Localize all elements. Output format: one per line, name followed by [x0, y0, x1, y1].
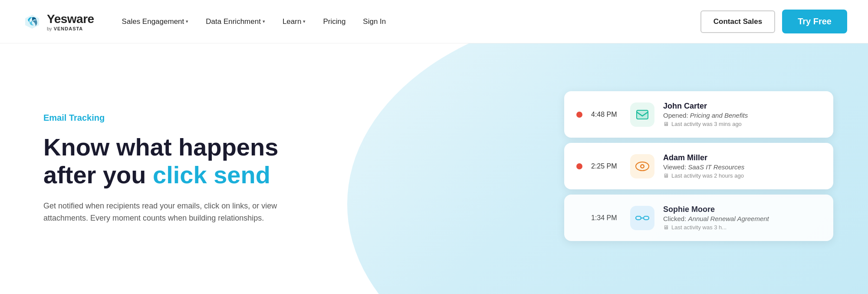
logo-wordmark: Yesware [47, 12, 94, 26]
contact-name-3: Sophie Moore [663, 205, 821, 214]
notif-action-1: Opened: Pricing and Benefits [663, 112, 821, 119]
hero-headline: Know what happens after you click send [43, 133, 304, 189]
notif-activity-2: 🖥 Last activity was 2 hours ago [663, 172, 821, 179]
nav-item-sales-engagement[interactable]: Sales Engagement ▾ [115, 14, 196, 30]
chevron-down-icon: ▾ [263, 19, 265, 24]
hero-highlight: click send [153, 161, 270, 188]
try-free-button[interactable]: Try Free [782, 10, 847, 33]
logo-byline: by VENDASTA [47, 26, 94, 31]
monitor-icon-3: 🖥 [663, 224, 669, 231]
notifications-container: 4:48 PM John Carter Opened: Pricing and … [564, 91, 833, 246]
chevron-down-icon: ▾ [303, 19, 306, 24]
nav-item-learn[interactable]: Learn ▾ [276, 14, 312, 30]
link-icon [630, 206, 654, 230]
nav-actions: Contact Sales Try Free [700, 10, 847, 33]
contact-name-1: John Carter [663, 102, 821, 111]
hero-section: Email Tracking Know what happens after y… [0, 43, 868, 294]
nav-item-pricing[interactable]: Pricing [316, 14, 352, 30]
live-dot-1 [576, 112, 582, 118]
time-3: 1:34 PM [591, 214, 621, 222]
time-1: 4:48 PM [591, 111, 621, 119]
nav-item-data-enrichment[interactable]: Data Enrichment ▾ [199, 14, 272, 30]
notif-action-3: Clicked: Annual Renewal Agreement [663, 215, 821, 222]
logo-area[interactable]: Yesware by VENDASTA [21, 10, 94, 33]
notification-card-2: 2:25 PM Adam Miller Viewed: SaaS IT Reso… [564, 143, 833, 189]
notif-activity-1: 🖥 Last activity was 3 mins ago [663, 121, 821, 127]
contact-sales-button[interactable]: Contact Sales [700, 10, 775, 33]
svg-point-5 [641, 165, 644, 167]
email-open-icon [630, 102, 654, 127]
svg-rect-6 [636, 216, 641, 220]
contact-name-2: Adam Miller [663, 153, 821, 162]
hero-content: Email Tracking Know what happens after y… [0, 43, 304, 294]
dot-placeholder-3 [576, 215, 582, 221]
vendasta-label: VENDASTA [54, 26, 83, 31]
hero-subtext: Get notified when recipients read your e… [43, 200, 286, 225]
chevron-down-icon: ▾ [186, 19, 188, 24]
notif-info-3: Sophie Moore Clicked: Annual Renewal Agr… [663, 205, 821, 231]
email-tracking-label: Email Tracking [43, 113, 304, 123]
view-icon [630, 154, 654, 178]
notification-card-1: 4:48 PM John Carter Opened: Pricing and … [564, 91, 833, 138]
notif-info-2: Adam Miller Viewed: SaaS IT Resources 🖥 … [663, 153, 821, 179]
nav-item-sign-in[interactable]: Sign In [356, 14, 393, 30]
notification-card-3: 1:34 PM Sophie Moore Clicked: Annual Ren… [564, 195, 833, 241]
svg-rect-7 [644, 216, 649, 220]
hero-right-panel: 4:48 PM John Carter Opened: Pricing and … [304, 43, 868, 294]
live-dot-2 [576, 163, 582, 169]
notif-activity-3: 🖥 Last activity was 3 h... [663, 224, 821, 231]
monitor-icon-2: 🖥 [663, 172, 669, 179]
main-navigation: Yesware by VENDASTA Sales Engagement ▾ D… [0, 0, 868, 43]
monitor-icon: 🖥 [663, 121, 669, 127]
nav-links: Sales Engagement ▾ Data Enrichment ▾ Lea… [115, 14, 700, 30]
time-2: 2:25 PM [591, 162, 621, 170]
notif-action-2: Viewed: SaaS IT Resources [663, 163, 821, 171]
svg-rect-1 [637, 110, 648, 119]
notif-info-1: John Carter Opened: Pricing and Benefits… [663, 102, 821, 127]
